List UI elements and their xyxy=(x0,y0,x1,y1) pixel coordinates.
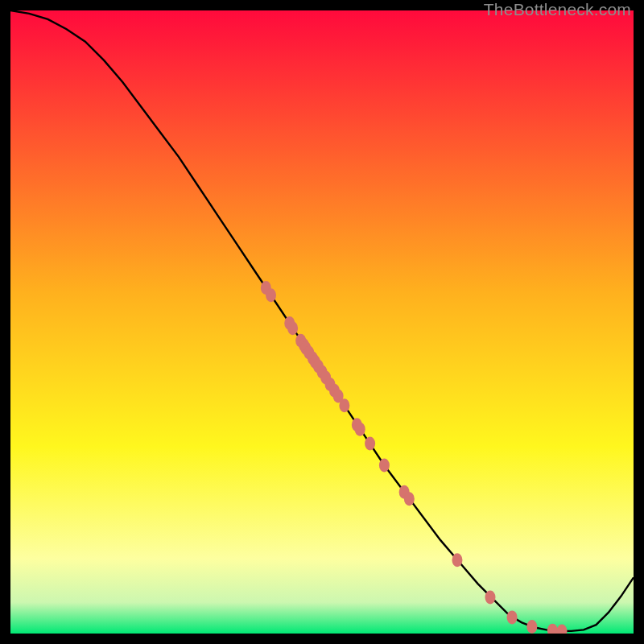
data-marker xyxy=(355,423,365,436)
watermark-text: TheBottleneck.com xyxy=(484,0,631,19)
data-marker xyxy=(485,591,495,605)
data-marker xyxy=(379,459,390,473)
data-marker xyxy=(452,553,462,567)
data-marker xyxy=(404,492,415,506)
data-marker xyxy=(287,321,298,335)
chart-stage: TheBottleneck.com xyxy=(0,0,644,644)
plot-svg xyxy=(10,10,634,634)
data-marker xyxy=(266,288,276,302)
gradient-background xyxy=(10,10,634,634)
plot-frame xyxy=(10,10,634,634)
data-marker xyxy=(507,610,518,624)
data-marker xyxy=(526,620,537,634)
data-marker xyxy=(365,436,375,450)
data-marker xyxy=(339,398,349,412)
